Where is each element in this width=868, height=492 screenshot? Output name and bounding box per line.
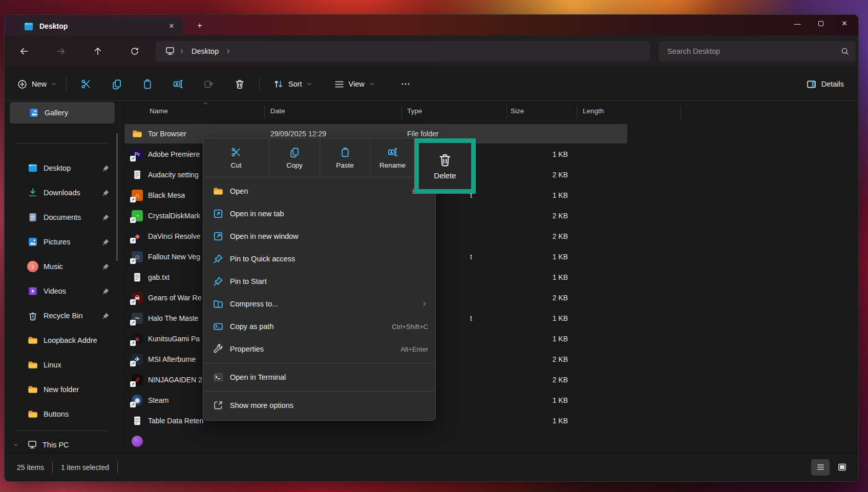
delete-button[interactable]: [227, 74, 252, 94]
thumbnail-view-toggle[interactable]: [833, 459, 851, 476]
sidebar-item-videos[interactable]: Videos: [8, 281, 117, 301]
share-button[interactable]: [197, 74, 221, 94]
details-view-toggle[interactable]: [811, 459, 830, 476]
breadcrumb-segment-desktop[interactable]: Desktop: [187, 45, 223, 57]
file-size: 1 KB: [506, 247, 568, 267]
menu-item-pin-to-start[interactable]: Pin to Start: [203, 270, 435, 293]
menu-item-open-in-new-window[interactable]: Open in new window: [203, 225, 435, 248]
msi-icon: ✈↗: [132, 354, 143, 365]
paste-quick-action[interactable]: Paste: [320, 138, 370, 177]
shortcut-arrow-badge: ↗: [130, 320, 136, 325]
tab-bar: Desktop × + — ×: [5, 15, 858, 35]
tab-title: Desktop: [39, 22, 165, 30]
copy-quick-action[interactable]: Copy: [269, 138, 320, 177]
file-name: KunitsuGami Pa: [148, 329, 200, 349]
see-more-button[interactable]: [393, 74, 418, 94]
column-header-size[interactable]: Size: [511, 107, 524, 115]
column-header-type[interactable]: Type: [407, 107, 422, 115]
details-pane-button[interactable]: Details: [801, 74, 849, 94]
davinci-icon: ◈↗: [132, 231, 143, 242]
chevron-down-icon: [51, 81, 57, 87]
sidebar-item-label: Desktop: [44, 164, 71, 172]
menu-item-properties[interactable]: PropertiesAlt+Enter: [203, 338, 435, 360]
pictures-icon: [27, 236, 38, 248]
column-header-date[interactable]: Date: [270, 107, 285, 115]
folder-icon: [132, 128, 143, 139]
new-tab-button[interactable]: +: [193, 19, 206, 32]
sidebar-item-buttons[interactable]: Buttons: [8, 404, 117, 424]
rename-quick-action[interactable]: Rename: [370, 138, 415, 177]
file-name: gab.txt: [148, 267, 170, 288]
menu-item-compress-to-[interactable]: Compress to...: [203, 293, 435, 315]
minimize-button[interactable]: —: [786, 15, 809, 32]
paste-button[interactable]: [135, 74, 160, 94]
tab-close-icon[interactable]: ×: [165, 20, 178, 32]
sidebar-item-documents[interactable]: Documents: [8, 207, 117, 228]
copy-button[interactable]: [104, 74, 129, 94]
sidebar-item-music[interactable]: ♪Music: [8, 256, 117, 277]
sidebar-item-label: Pictures: [44, 238, 70, 246]
crystal-icon: ◔↗: [132, 210, 143, 221]
refresh-button[interactable]: [125, 42, 144, 60]
menu-item-copy-as-path[interactable]: Copy as pathCtrl+Shift+C: [203, 315, 435, 338]
quick-action-label: Cut: [230, 161, 241, 169]
menu-item-show-more-options[interactable]: Show more options: [203, 394, 435, 417]
pin-icon: [102, 189, 110, 197]
gallery-icon: [28, 107, 39, 118]
sidebar-item-pictures[interactable]: Pictures: [8, 232, 117, 252]
pin-icon: [102, 238, 110, 246]
sidebar-item-gallery[interactable]: Gallery: [10, 102, 115, 124]
cut-button[interactable]: [74, 74, 98, 94]
up-button[interactable]: [89, 42, 107, 60]
file-name: Steam: [148, 390, 168, 411]
shortcut-arrow-badge: ↗: [130, 381, 136, 387]
forward-button[interactable]: [52, 42, 70, 60]
sidebar-scrollbar[interactable]: [116, 133, 118, 261]
menu-item-shortcut: Ctrl+Shift+C: [392, 323, 428, 331]
search-box[interactable]: [659, 41, 856, 61]
menu-item-open[interactable]: OpenEnter: [203, 180, 435, 202]
address-bar[interactable]: Desktop: [156, 41, 650, 61]
menu-item-open-in-new-tab[interactable]: Open in new tab: [203, 202, 435, 225]
sidebar-item-loopback-addre[interactable]: Loopback Addre: [8, 330, 117, 351]
search-input[interactable]: [667, 47, 840, 55]
column-separator[interactable]: [264, 106, 265, 119]
pin2-icon: [213, 276, 224, 287]
folder-icon: [27, 408, 38, 420]
menu-item-pin-to-quick-access[interactable]: Pin to Quick access: [203, 248, 435, 270]
sidebar-divider: [16, 143, 109, 144]
new-button[interactable]: New: [12, 74, 62, 94]
sidebar-item-linux[interactable]: Linux: [8, 355, 117, 375]
column-separator[interactable]: [506, 106, 507, 119]
tab-desktop[interactable]: Desktop ×: [16, 17, 183, 35]
column-separator[interactable]: [681, 106, 681, 119]
shortcut-arrow-badge: ↗: [130, 361, 136, 366]
sidebar-item-new-folder[interactable]: New folder: [8, 379, 117, 400]
rename-button[interactable]: [166, 74, 190, 94]
shortcut-arrow-badge: ↗: [130, 340, 136, 346]
delete-quick-action[interactable]: Delete: [414, 138, 476, 194]
close-button[interactable]: ×: [833, 15, 856, 32]
kunitsu-icon: ×↗: [132, 333, 143, 344]
maximize-button[interactable]: [809, 15, 833, 32]
cut-quick-action[interactable]: Cut: [203, 138, 269, 177]
menu-item-open-in-terminal[interactable]: Open in Terminal: [203, 366, 435, 388]
sidebar-item-recycle-bin[interactable]: Recycle Bin: [8, 305, 117, 326]
newtab-icon: [213, 208, 224, 219]
column-header-length[interactable]: Length: [583, 107, 604, 115]
file-row[interactable]: [120, 431, 851, 452]
column-separator[interactable]: [401, 106, 402, 119]
scissors-icon: [80, 78, 92, 90]
sort-button[interactable]: Sort: [268, 74, 317, 94]
file-size: 1 KB: [506, 308, 568, 329]
back-button[interactable]: [15, 42, 33, 60]
search-icon: [840, 47, 850, 56]
sidebar-item-downloads[interactable]: Downloads: [8, 182, 117, 203]
sidebar-item-this-pc[interactable]: This PC: [5, 436, 120, 454]
showmore-icon: [213, 400, 224, 411]
pin-icon: [102, 214, 110, 221]
view-button[interactable]: View: [329, 74, 380, 94]
column-header-name[interactable]: Name: [150, 107, 168, 115]
sidebar-item-desktop[interactable]: Desktop: [8, 158, 117, 178]
column-separator[interactable]: [577, 106, 577, 119]
